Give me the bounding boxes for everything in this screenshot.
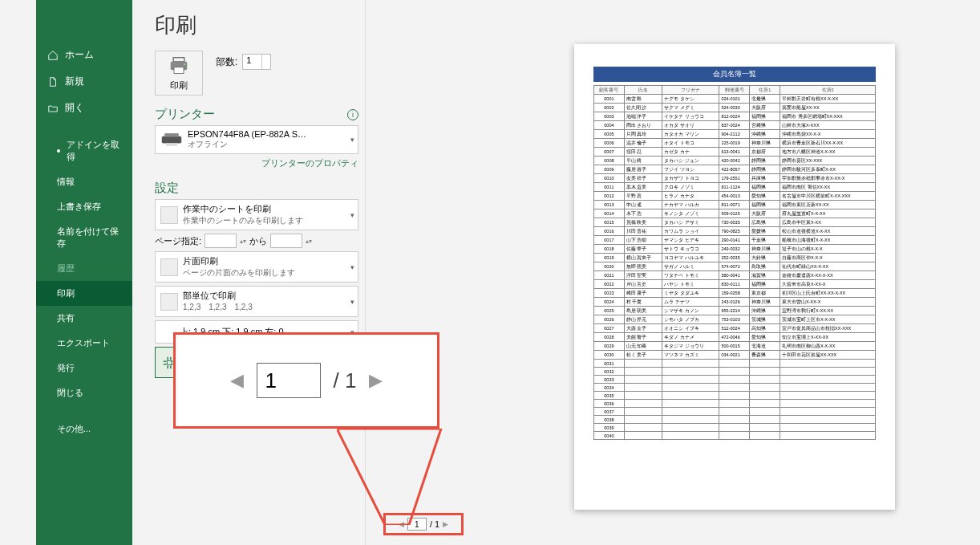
total-pages-large: / 1 <box>334 368 357 393</box>
table-row: 0010友美 祥子タカザワ トヨコ179-2551兵庫県宇加郡策赤穂郡事赤市X-… <box>594 174 876 183</box>
settings-column: 印刷 印刷 部数: 1 プリンター i <box>132 0 365 545</box>
table-row: 0013中山 遙ナカヤマ ハルカ811-0071福岡県福岡市東区店新XX-XX <box>594 201 876 209</box>
svg-rect-5 <box>164 133 179 136</box>
table-header: 住所2 <box>780 86 876 95</box>
total-pages: / 1 <box>430 519 439 529</box>
table-row: 0022岸山 言史ハヤシ トモミ830-0111福岡県久留米市高良X-XX-X <box>594 280 876 289</box>
current-page-input-large[interactable] <box>257 363 321 398</box>
page-range-to-label: から <box>249 235 267 247</box>
collate-dropdown[interactable]: 部単位で印刷 1,2,3 1,2,3 1,2,3 <box>155 286 358 317</box>
printer-properties-link[interactable]: プリンターのプロパティ <box>155 157 358 169</box>
preview-title: 会員名簿一覧 <box>593 67 876 82</box>
nav-addins-label: アドインを取得 <box>67 139 124 163</box>
print-what-main: 作業中のシートを印刷 <box>183 203 303 215</box>
sheet-icon <box>160 206 178 224</box>
next-page-arrow-large[interactable]: ▶ <box>369 370 383 391</box>
backstage-sidebar: ホーム 新規 開く アドインを取得 情報 上書き保存 名前を付けて保存 履歴 印… <box>36 0 132 545</box>
printer-dropdown[interactable]: EPSON744F8A (EP-882A S… オフライン <box>155 125 358 154</box>
sides-dropdown[interactable]: 片面印刷 ページの片面のみを印刷します <box>155 251 358 283</box>
page-range-label: ページ指定: <box>155 235 201 247</box>
nav-print[interactable]: 印刷 <box>36 281 132 306</box>
table-header: 住所1 <box>750 86 780 95</box>
table-row: 0016川田 晋祐カワムラ ショイ790-0825愛媛県松山市道後横道X-X-X… <box>594 227 876 236</box>
nav-export-label: エクスポート <box>57 337 110 349</box>
table-row: 0032 <box>594 368 876 376</box>
table-row: 0029山元 知菜キタジマ ジョウリ500-0015北海道礼明市南区柳山西X-X… <box>594 342 876 351</box>
page-from-input[interactable] <box>205 234 237 248</box>
nav-close[interactable]: 閉じる <box>36 380 132 405</box>
table-row: 0014木下 浩キノシタ ノゾミ509-0125大阪府府丸屋並置町X-X-XX <box>594 209 876 218</box>
svg-rect-4 <box>162 136 182 144</box>
table-row: 0009藤居 昌子フジイ ツヨシ422-8057静岡県静岡市駿河区多泰町X-XX <box>594 165 876 174</box>
nav-info[interactable]: 情報 <box>36 169 132 194</box>
printer-name: EPSON744F8A (EP-882A S… <box>188 129 306 139</box>
nav-new-label: 新規 <box>65 75 84 88</box>
table-row: 0020無即 照美サガノ ハルミ574-0072鳥取県仙代市町緑山XX-X-XX <box>594 262 876 271</box>
printer-section-header: プリンター i <box>155 107 358 122</box>
current-page-input[interactable] <box>407 518 427 531</box>
print-what-dropdown[interactable]: 作業中のシートを印刷 作業中のシートのみを印刷します <box>155 199 358 230</box>
copies-input[interactable]: 1 <box>242 54 271 70</box>
prev-page-arrow-large[interactable]: ◀ <box>230 370 244 391</box>
nav-publish-label: 発行 <box>57 362 75 374</box>
collate-sub: 1,2,3 1,2,3 1,2,3 <box>183 302 253 313</box>
table-row: 0040 <box>594 432 876 440</box>
nav-open-label: 開く <box>65 101 84 115</box>
nav-save[interactable]: 上書き保存 <box>36 194 132 219</box>
nav-saveas[interactable]: 名前を付けて保存 <box>36 219 132 256</box>
page-navigator-callout: ◀ / 1 ▶ <box>173 332 439 429</box>
page-preview: 会員名簿一覧 顧客番号氏名フリガナ郵便番号住所1住所2 0001南雲 毅ナグモ … <box>574 44 895 510</box>
nav-share-label: 共有 <box>57 312 75 324</box>
print-button[interactable]: 印刷 <box>155 51 203 96</box>
table-header: 氏名 <box>624 86 662 95</box>
table-row: 0017山下 浩樹ヤマシタ ヒデキ290-0141千葉県船橋市山海後町X-X-X… <box>594 236 876 245</box>
home-icon <box>47 50 59 61</box>
collate-main: 部単位で印刷 <box>183 290 253 302</box>
table-row: 0019横山 賀央子ヨコヤマ ハルユキ252-0035大鈴県自藤市商区仲X-X-… <box>594 254 876 262</box>
folder-open-icon <box>47 103 59 114</box>
info-icon[interactable]: i <box>347 109 358 120</box>
table-row: 0039 <box>594 424 876 432</box>
prev-page-arrow[interactable]: ◀ <box>399 520 404 528</box>
nav-new[interactable]: 新規 <box>36 68 132 95</box>
table-row: 0007窪田 忍カゼタ カナ613-0041京都府地方市八幡区神道X-X-XX <box>594 148 876 157</box>
table-row: 0036 <box>594 400 876 408</box>
table-row: 0018佐藤 幸子サトウ キョウコ249-0032神奈川県逗子市山の根X-X-X <box>594 245 876 254</box>
nav-publish[interactable]: 発行 <box>36 356 132 380</box>
page-to-input[interactable] <box>270 234 302 248</box>
svg-rect-7 <box>167 360 172 365</box>
table-row: 0006温井 倫子オタイ トモコ225-0019神奈川県横浜市青葉区新石川XX-… <box>594 139 876 148</box>
table-row: 0026静山 昇元シモハタ ノブカ753-0103茨城県茨城市宝町上区市X-X-… <box>594 315 876 324</box>
table-row: 0023崎田 康子ミヤタ タダユキ159-0258東京都初川区山上氏台町XX-X… <box>594 289 876 298</box>
print-what-sub: 作業中のシートのみを印刷します <box>183 215 303 226</box>
main-area: 印刷 印刷 部数: 1 プリンター i <box>132 0 980 545</box>
nav-save-label: 上書き保存 <box>57 201 101 213</box>
svg-point-3 <box>184 63 185 65</box>
nav-export[interactable]: エクスポート <box>36 331 132 356</box>
preview-table: 顧客番号氏名フリガナ郵便番号住所1住所2 0001南雲 毅ナグモ タケシ024-… <box>593 85 876 440</box>
settings-section-header: 設定 <box>155 181 358 196</box>
table-row: 0002佐久間 沙サクマ メグミ524-0030大阪府箕面市船屋XX-XX <box>594 104 876 112</box>
table-row: 0004岡出 さおりオカダ サオリ837-0024宮崎県山林市大塚X-XXX <box>594 121 876 130</box>
table-header: 顧客番号 <box>594 86 625 95</box>
table-row: 0003池端 洋子イケタチ リョウコ812-0024福岡県福岡市 博多区網場町X… <box>594 112 876 121</box>
bullet-icon <box>57 149 60 153</box>
nav-saveas-label: 名前を付けて保存 <box>57 226 124 250</box>
nav-addins[interactable]: アドインを取得 <box>36 132 132 169</box>
sides-sub: ページの片面のみを印刷します <box>183 267 295 279</box>
nav-home[interactable]: ホーム <box>36 42 132 68</box>
copies-label: 部数: <box>216 55 237 69</box>
collate-icon <box>160 293 178 311</box>
printer-icon <box>168 56 190 75</box>
nav-print-label: 印刷 <box>57 287 75 299</box>
page-range-row: ページ指定: ▴▾ から ▴▾ <box>155 234 358 248</box>
next-page-arrow[interactable]: ▶ <box>443 520 448 528</box>
table-header: 郵便番号 <box>719 86 750 95</box>
table-row: 0028夫館 響子キダノ カナメ472-0046愛知県知立市宝増上X-XX-XX <box>594 333 876 342</box>
nav-open[interactable]: 開く <box>36 95 132 121</box>
nav-more[interactable]: その他... <box>36 417 132 441</box>
table-row: 0035 <box>594 392 876 400</box>
nav-share[interactable]: 共有 <box>36 306 132 331</box>
page-navigator-footer: ◀ / 1 ▶ <box>383 513 464 535</box>
print-button-label: 印刷 <box>159 79 199 92</box>
